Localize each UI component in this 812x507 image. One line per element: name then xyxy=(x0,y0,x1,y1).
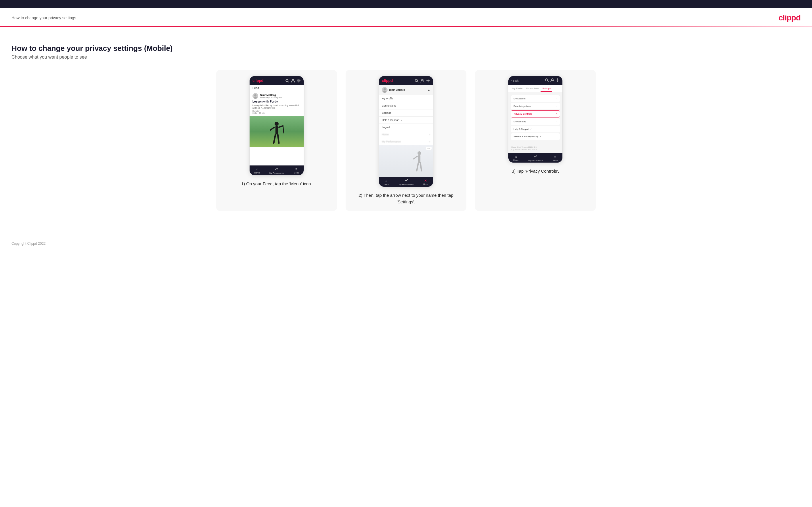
menu-item-settings-label: Settings xyxy=(382,111,391,114)
menu-nav-icon-2: ✕ xyxy=(424,179,427,183)
svg-line-11 xyxy=(278,134,279,143)
main-content: How to change your privacy settings (Mob… xyxy=(0,35,812,228)
menu-nav-icon-3: ≡ xyxy=(554,155,556,159)
step-3-card: ‹ Back My Profile Connections Settings xyxy=(475,70,596,211)
menu-nav-icon: ≡ xyxy=(295,167,297,171)
svg-rect-20 xyxy=(418,155,420,163)
golf-bag-label: My Golf Bag xyxy=(513,120,526,123)
performance-nav-icon xyxy=(275,167,278,171)
phone-1-topbar: clippd xyxy=(250,76,304,85)
step-3-phone: ‹ Back My Profile Connections Settings xyxy=(508,76,563,163)
menu-user-info: Blair McHarg xyxy=(382,87,405,93)
menu-section-performance: My Performance ▾ xyxy=(379,138,433,145)
menu-item-logout-label: Logout xyxy=(382,126,390,129)
svg-line-22 xyxy=(417,163,418,171)
step-1-caption: 1) On your Feed, tap the 'Menu' icon. xyxy=(241,181,312,187)
phone-3-bottom-nav: ⌂ Home My Performance ≡ Menu xyxy=(508,153,562,163)
nav-menu-3: ≡ Menu xyxy=(553,155,558,161)
settings-help-label: Help & Support ↗ xyxy=(513,128,532,130)
duration-value: 01 hr : 30 min xyxy=(252,112,301,114)
svg-point-24 xyxy=(546,79,548,81)
step-2-card: clippd Blair McH xyxy=(346,70,466,211)
home-nav-icon-2: ⌂ xyxy=(385,179,387,183)
blurred-bg-area: APP xyxy=(379,145,433,177)
home-nav-label-3: Home xyxy=(513,159,519,161)
phone-3-settings: My Account › Data Integrations › Privacy… xyxy=(508,92,562,153)
golfer-illustration xyxy=(268,121,285,147)
svg-line-10 xyxy=(274,134,275,143)
data-integrations-label: Data Integrations xyxy=(513,105,531,107)
nav-home: ⌂ Home xyxy=(254,167,260,174)
search-icon-2 xyxy=(415,79,419,83)
logo: clippd xyxy=(779,13,801,22)
svg-point-16 xyxy=(427,80,429,81)
feed-image xyxy=(250,116,304,147)
user-icon xyxy=(291,79,295,83)
menu-item-settings: Settings xyxy=(379,109,433,117)
nav-menu: ≡ Menu xyxy=(294,167,299,174)
svg-point-4 xyxy=(254,94,256,97)
svg-line-12 xyxy=(283,126,284,133)
header: How to change your privacy settings clip… xyxy=(0,8,812,26)
performance-nav-icon-3 xyxy=(534,155,538,159)
settings-item-help: Help & Support ↗ xyxy=(511,126,560,132)
step-2-caption: 2) Then, tap the arrow next to your name… xyxy=(351,192,461,205)
settings-footer: Clippd Client Version: 2022.8.3-3 GQL Se… xyxy=(508,143,562,153)
top-bar xyxy=(0,0,812,8)
svg-point-17 xyxy=(384,88,386,91)
menu-item-profile: My Profile xyxy=(379,95,433,102)
lesson-title: Lesson with Fordy xyxy=(252,100,301,103)
settings-item-privacy-controls: Privacy Controls › xyxy=(511,110,560,117)
home-nav-icon-3: ⌂ xyxy=(515,155,517,159)
tab-my-profile: My Profile xyxy=(511,85,524,92)
home-nav-label: Home xyxy=(254,172,260,174)
lesson-body: Looking to feel like my hands are exitin… xyxy=(252,104,301,109)
nav-home-3: ⌂ Home xyxy=(513,155,519,161)
svg-line-1 xyxy=(288,81,289,82)
feed-avatar xyxy=(252,93,258,99)
performance-nav-label-2: My Performance xyxy=(399,183,413,185)
header-divider xyxy=(0,26,812,27)
settings-icon xyxy=(297,79,301,83)
menu-username: Blair McHarg xyxy=(389,89,405,91)
menu-item-help-label: Help & Support ↗ xyxy=(382,119,403,121)
settings-icon-3 xyxy=(556,78,560,82)
settings-list: My Account › Data Integrations › Privacy… xyxy=(508,92,562,143)
home-nav-icon: ⌂ xyxy=(256,167,258,171)
search-icon-3 xyxy=(545,78,549,82)
nav-performance-3: My Performance xyxy=(528,155,543,161)
phone-2-logo: clippd xyxy=(382,78,393,83)
menu-item-connections: Connections xyxy=(379,102,433,109)
steps-container: clippd Feed xyxy=(11,70,801,211)
phone-2-topbar: clippd xyxy=(379,76,433,85)
settings-item-service-privacy: Service & Privacy Policy ↗ xyxy=(511,133,560,140)
menu-section-home-label: Home xyxy=(382,133,389,136)
user-icon-2 xyxy=(420,79,424,83)
phone-1-icons xyxy=(285,79,301,83)
phone-1-bottom-nav: ⌂ Home My Performance ≡ Menu xyxy=(250,165,304,175)
svg-line-9 xyxy=(279,126,283,127)
user-icon-3 xyxy=(550,78,554,82)
home-chevron-icon: ▾ xyxy=(429,133,430,136)
svg-point-6 xyxy=(274,122,278,126)
phone-2-menu: Blair McHarg ▲ My Profile Connections Se… xyxy=(379,85,433,177)
golf-bag-chevron: › xyxy=(556,120,557,123)
performance-nav-label: My Performance xyxy=(269,172,284,174)
copyright-text: Copyright Clippd 2022 xyxy=(11,241,46,245)
menu-avatar xyxy=(382,87,388,93)
back-button: ‹ Back xyxy=(511,79,519,82)
svg-line-14 xyxy=(417,81,419,82)
client-version: Clippd Client Version: 2022.8.3-3 xyxy=(511,146,560,149)
menu-nav-label: Menu xyxy=(294,172,299,174)
menu-item-logout: Logout xyxy=(379,124,433,131)
phone-1-logo: clippd xyxy=(252,78,263,83)
nav-home-2: ⌂ Home xyxy=(384,179,389,185)
tab-connections: Connections xyxy=(524,85,541,92)
svg-point-27 xyxy=(557,79,558,81)
svg-point-13 xyxy=(415,79,417,81)
nav-menu-2: ✕ Menu xyxy=(423,179,428,185)
privacy-controls-chevron: › xyxy=(556,113,557,115)
menu-nav-label-3: Menu xyxy=(553,159,558,161)
svg-line-25 xyxy=(548,81,549,82)
settings-item-my-account: My Account › xyxy=(511,95,560,102)
